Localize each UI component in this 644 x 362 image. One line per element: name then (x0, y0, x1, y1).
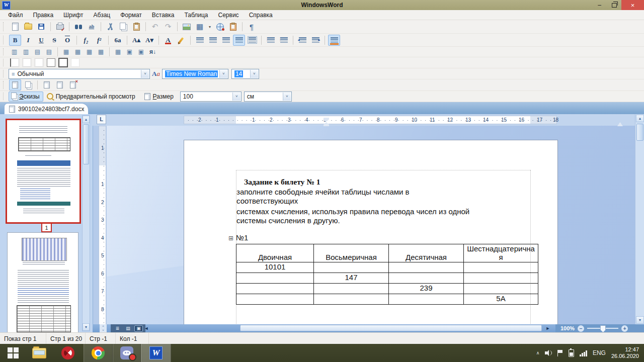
formatting-marks-icon[interactable]: ¶ (246, 21, 258, 32)
insert-table-icon[interactable]: ▦ (194, 21, 206, 32)
delete-table-icon[interactable]: ▦ (84, 47, 95, 56)
paste-special-icon[interactable] (227, 21, 239, 32)
delete-columns-icon[interactable]: ▦ (72, 47, 83, 56)
tab-stop-selector[interactable]: L (97, 115, 106, 124)
page-view-icon[interactable]: ▣ (134, 325, 143, 332)
thumbnails-button[interactable]: Эскизы (9, 92, 43, 102)
style-combobox[interactable]: ≡ Обычный ˅ (9, 69, 150, 79)
table-menu-arrow-icon[interactable]: ▾ (207, 21, 213, 32)
bullet-list-icon[interactable] (265, 35, 277, 46)
delete-cells-icon[interactable]: ▦ (61, 47, 71, 56)
page-thumbnail-2[interactable] (7, 232, 78, 333)
scrollbar-thumb[interactable] (83, 124, 89, 164)
cell[interactable] (389, 294, 464, 305)
border-style-none-icon[interactable] (69, 58, 80, 68)
chevron-down-icon[interactable]: ˅ (232, 93, 240, 101)
border-style-left-icon[interactable] (9, 58, 20, 68)
increase-indent-icon[interactable] (309, 35, 321, 46)
scroll-right-button[interactable]: ► (544, 325, 551, 332)
menu-file[interactable]: Файл (3, 10, 28, 20)
chevron-down-icon[interactable]: ˅ (219, 70, 227, 78)
underline-icon[interactable]: U (35, 35, 47, 46)
preview-button[interactable]: Предварительный просмотр (43, 92, 139, 102)
table-formula-icon[interactable]: ▦ (96, 47, 106, 56)
menu-edit[interactable]: Правка (28, 10, 59, 20)
save-icon[interactable] (35, 21, 47, 32)
border-style-dashed-icon[interactable] (33, 58, 44, 68)
horizontal-scrollbar[interactable]: ˄˅ ≣▤▣ ◄ ► 100% − + (93, 324, 644, 332)
cell[interactable] (236, 284, 314, 294)
open-folder-icon[interactable] (22, 21, 34, 32)
zoom-combobox[interactable]: 100 ˅ (180, 92, 242, 102)
align-left-icon[interactable] (194, 35, 206, 46)
menu-help[interactable]: Справка (244, 10, 278, 20)
zoom-slider[interactable] (587, 328, 618, 329)
font-combobox[interactable]: Times New Roman ˅ (162, 69, 228, 79)
strikethrough-icon[interactable]: S (48, 35, 60, 46)
chevron-down-icon[interactable]: ˅ (250, 70, 258, 78)
header-hexadecimal[interactable]: Шестнадцатеричная (464, 244, 538, 262)
cell[interactable] (464, 262, 538, 273)
zoom-out-button[interactable]: − (578, 325, 584, 332)
scroll-up-button[interactable]: ▲ (636, 115, 644, 122)
merge-cells-icon[interactable]: ▦ (113, 47, 123, 56)
start-button[interactable] (0, 344, 26, 362)
align-justify-icon[interactable] (233, 35, 245, 46)
header-octal[interactable]: Восьмеричная (314, 244, 389, 262)
insert-row-below-icon[interactable]: ▤ (44, 47, 54, 56)
menu-insert[interactable]: Вставка (147, 10, 180, 20)
align-right-icon[interactable] (220, 35, 232, 46)
cell[interactable] (236, 294, 314, 305)
menu-paragraph[interactable]: Абзац (89, 10, 116, 20)
menu-format[interactable]: Формат (115, 10, 147, 20)
cell[interactable] (389, 262, 464, 273)
cell[interactable]: 239 (389, 284, 464, 294)
scroll-down-button[interactable]: ▼ (636, 316, 644, 324)
page-thumbnail-1[interactable] (6, 119, 81, 224)
antivirus-button[interactable] (52, 344, 84, 362)
vertical-scrollbar[interactable]: ▲ ▼ (635, 114, 644, 324)
file-explorer-button[interactable] (26, 344, 52, 362)
header-binary[interactable]: Двоичная (236, 244, 314, 262)
document-page[interactable]: Задание к билету № 1 заполните свободные… (184, 140, 558, 324)
one-page-view-icon[interactable] (9, 79, 21, 90)
border-style-dotted-icon[interactable] (21, 58, 32, 68)
menu-service[interactable]: Сервис (213, 10, 244, 20)
font-size-combobox[interactable]: 14 ˅ (231, 69, 259, 79)
close-button[interactable]: × (621, 0, 644, 10)
border-style-thick-icon[interactable] (57, 58, 68, 68)
scroll-down-button[interactable]: ▼ (83, 323, 90, 331)
discord-button[interactable] (113, 344, 141, 362)
font-dialog-icon[interactable]: Aа (152, 70, 160, 78)
tray-chevron-icon[interactable]: ∧ (536, 350, 540, 355)
insert-column-left-icon[interactable]: ▥ (9, 47, 20, 56)
undo-icon[interactable]: ↶ (149, 21, 161, 32)
paste-icon[interactable] (130, 21, 142, 32)
table-anchor-icon[interactable]: ⊞ (228, 235, 233, 242)
split-cells-icon[interactable]: ▣ (124, 47, 135, 56)
cell[interactable] (314, 284, 389, 294)
network-signal-icon[interactable] (580, 350, 587, 356)
web-view-icon[interactable]: ▤ (124, 325, 132, 332)
web-link-icon[interactable] (214, 21, 226, 32)
ligature-icon[interactable]: 6a (112, 35, 124, 46)
scroll-up-button[interactable]: ▲ (83, 116, 90, 123)
cell[interactable] (389, 273, 464, 284)
restore-button[interactable] (607, 0, 621, 10)
scrollbar-thumb[interactable] (240, 325, 542, 331)
right-indent-marker[interactable] (617, 122, 623, 126)
clock[interactable]: 12:47 26.06.2020 (611, 346, 639, 359)
print-icon[interactable] (54, 21, 66, 32)
italic-icon[interactable]: I (22, 35, 34, 46)
bold-icon[interactable]: B (9, 35, 21, 46)
scrollbar-thumb[interactable] (636, 124, 643, 141)
goto-page-icon[interactable] (54, 79, 66, 90)
units-combobox[interactable]: см ˅ (244, 92, 292, 102)
insert-column-right-icon[interactable]: ▥ (21, 47, 31, 56)
two-page-view-icon[interactable] (22, 79, 34, 90)
scroll-left-button[interactable]: ◄ (143, 325, 150, 332)
cell[interactable]: 147 (314, 273, 389, 284)
language-indicator[interactable]: ENG (593, 349, 606, 356)
copy-icon[interactable] (117, 21, 129, 32)
cell[interactable]: 10101 (236, 262, 314, 273)
